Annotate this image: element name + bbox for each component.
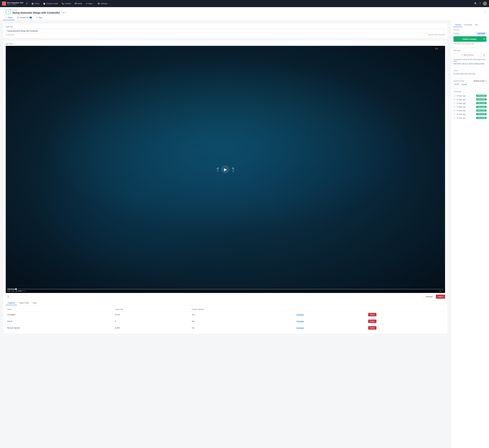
nav-settings[interactable]: ⚙️ Settings ▾	[96, 2, 110, 6]
nav-content[interactable]: ✏️ Content	[60, 2, 73, 6]
version-radio-1[interactable]	[454, 98, 455, 100]
tags-tab-icon: 🏷	[36, 16, 38, 19]
open-preview-icon: ↗	[461, 54, 463, 56]
caption-name-2: Mexican Spanish	[6, 325, 114, 331]
caption-cc-1: Yes	[190, 318, 295, 325]
version-radio-0[interactable]	[454, 95, 455, 97]
more-options-button[interactable]: ···	[484, 10, 486, 13]
video-progress-bar[interactable]	[7, 289, 444, 289]
download-link-0[interactable]: Download	[296, 314, 304, 316]
back-button[interactable]: ‹	[3, 10, 4, 13]
references-tab-icon: 🔗	[17, 16, 19, 19]
rewind-button[interactable]: ↺ 10	[216, 167, 219, 172]
video-title-input[interactable]	[6, 29, 445, 33]
version-badge-4: PUBLISHED	[476, 109, 487, 112]
version-item-1: 20 days ago PUBLISHED	[454, 98, 487, 101]
volume-control[interactable]: 🔊	[16, 290, 26, 292]
content-icon: ✏️	[62, 2, 64, 5]
caption-lang-1: fr	[114, 318, 190, 325]
fullscreen-icon[interactable]: ⛶	[442, 290, 444, 292]
entry-meta: Events Doing Awesome things with Content…	[12, 9, 482, 14]
apps-icon: ⚙	[86, 2, 88, 5]
nav-home[interactable]: 🏠 Home	[30, 2, 41, 6]
content-model-icon: 📋	[43, 2, 46, 5]
version-badge-6: PUBLISHED	[476, 117, 487, 119]
copy-button[interactable]: 📋	[6, 295, 11, 299]
download-link-2[interactable]: Download	[296, 327, 304, 329]
caption-name-0: US English	[6, 311, 114, 318]
video-top-controls: CC ⛶	[434, 47, 444, 50]
table-row: US English en-US Yes Download Delete	[6, 311, 445, 318]
download-link-1[interactable]: Download	[296, 320, 304, 322]
help-icon[interactable]: ❓	[479, 2, 481, 5]
preview-section-title: PREVIEW	[454, 50, 487, 51]
version-radio-4[interactable]	[454, 110, 455, 111]
brand-name: Mux Integration Test	[7, 2, 23, 4]
fullscreen-button[interactable]: ⛶	[440, 47, 444, 50]
caption-cc-2: Yes	[190, 325, 295, 331]
tab-tags[interactable]: 🏷 Tags	[34, 15, 44, 20]
delete-row-btn-0[interactable]: Delete	[368, 313, 376, 316]
content-area: Video Title 36 characters Maximum 256 ch…	[0, 20, 489, 448]
entry-link-badge[interactable]: 🔗 0	[61, 11, 67, 14]
home-icon: 🏠	[31, 2, 34, 5]
sidebar-tab-general[interactable]: General	[454, 23, 462, 27]
tab-editor[interactable]: 📄 Editor	[3, 15, 15, 20]
preview-copy-button[interactable]: 📋	[482, 53, 487, 57]
hamburger-icon[interactable]: ☰	[26, 2, 28, 5]
delete-row-btn-1[interactable]: Delete	[368, 319, 376, 323]
caption-name-1: French	[6, 318, 114, 325]
version-radio-2[interactable]	[454, 102, 455, 104]
nav-media[interactable]: 🖼 Media	[73, 2, 84, 6]
entry-header-top: ‹ ✎ Events Doing Awesome things with Con…	[3, 9, 486, 14]
open-preview-button[interactable]: ↗ Open preview	[454, 53, 481, 57]
video-bottom-bar: 0:00 / 0:23 🔊 1x	[6, 288, 445, 293]
version-time-3: 20 days ago	[456, 106, 475, 108]
locale-row: en-US Change	[454, 83, 487, 86]
play-button[interactable]: ▶	[221, 165, 229, 173]
tab-references[interactable]: 🔗 References 1	[15, 15, 34, 20]
translation-right: Multiple locales ▾	[473, 80, 487, 82]
entry-header: ‹ ✎ Events Doing Awesome things with Con…	[0, 7, 489, 20]
references-tab-label: References	[20, 16, 29, 19]
nav-apps[interactable]: ⚙ Apps ▾	[84, 2, 95, 6]
change-locale-link[interactable]: Change	[461, 83, 467, 85]
delete-button[interactable]: Delete	[436, 295, 445, 299]
preview-note: No preview is set up for the content typ…	[454, 58, 487, 62]
forward-button[interactable]: ↻ 10	[232, 167, 234, 172]
sub-tab-player-code[interactable]: Player Code	[17, 301, 31, 305]
preview-section: PREVIEW ↗ Open preview 📋 No preview is s…	[454, 50, 487, 65]
delete-row-btn-2[interactable]: Delete	[368, 326, 376, 330]
sub-tab-captions[interactable]: Captions	[6, 301, 17, 305]
apps-grid-icon[interactable]	[2, 1, 6, 6]
video-time-row: 0:00 / 0:23 🔊 1x	[7, 290, 444, 292]
video-title-field: Video Title 36 characters Maximum 256 ch…	[3, 23, 448, 38]
search-icon[interactable]: 🔍	[474, 2, 477, 5]
media-icon: 🖼	[75, 2, 77, 5]
sidebar-tab-comments[interactable]: Comments	[462, 23, 473, 27]
col-download-header	[295, 307, 367, 311]
nav-right-actions: 🔍 ❓	[474, 1, 487, 6]
version-radio-6[interactable]	[454, 117, 455, 119]
remove-button[interactable]: Remove	[424, 294, 435, 299]
preview-setup-link[interactable]: Click here to set up a custom content pr…	[454, 63, 485, 65]
translation-section: TRANSLATION Multiple locales ▾ en-US Cha…	[454, 80, 487, 86]
version-radio-3[interactable]	[454, 106, 455, 108]
video-player[interactable]: CC ⛶ ↺ 10 ▶ ↻ 10	[6, 46, 445, 293]
video-speed[interactable]: 1x	[439, 290, 441, 292]
nav-settings-label: Settings	[101, 2, 107, 5]
version-radio-5[interactable]	[454, 113, 455, 115]
entry-title: Doing Awesome things with Contentful	[12, 11, 60, 14]
nav-content-model[interactable]: 📋 Content model	[41, 2, 59, 6]
captions-button[interactable]: CC	[434, 47, 439, 50]
nav-content-model-label: Content model	[46, 2, 58, 5]
user-avatar[interactable]	[483, 1, 487, 6]
sub-tab-data[interactable]: Data	[31, 301, 39, 305]
publish-button[interactable]: Publish changes ▾	[454, 36, 487, 42]
publish-btn-label: Publish changes	[456, 38, 483, 40]
sidebar-tab-info[interactable]: Info	[473, 23, 479, 27]
tags-tab-label: Tags	[39, 16, 42, 19]
translation-section-title: TRANSLATION	[454, 80, 464, 82]
link-icon: 🔗	[62, 12, 64, 14]
nav-content-label: Content	[65, 2, 71, 5]
